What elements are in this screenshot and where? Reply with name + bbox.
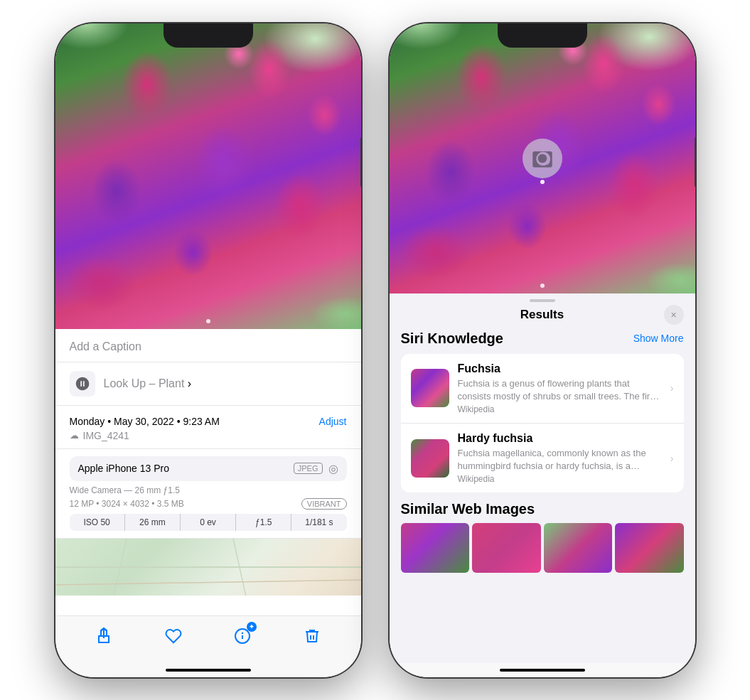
phone-1: Add a Caption Look Up – Plant › Monday •… <box>55 23 361 677</box>
home-indicator <box>55 663 361 677</box>
iso-value: ISO 50 <box>70 514 125 531</box>
caption-area[interactable]: Add a Caption <box>55 329 361 362</box>
similar-image-1[interactable] <box>401 523 470 573</box>
fuchsia-description: Fuchsia is a genus of flowering plants t… <box>458 377 662 403</box>
sheet-handle[interactable] <box>390 294 695 305</box>
notch-1 <box>164 23 253 48</box>
delete-button[interactable] <box>299 623 325 649</box>
show-more-button[interactable]: Show More <box>633 333 684 344</box>
hardy-thumbnail <box>411 439 449 478</box>
similar-image-2[interactable] <box>472 523 541 573</box>
knowledge-item-fuchsia[interactable]: Fuchsia Fuchsia is a genus of flowering … <box>401 354 684 424</box>
photo-display[interactable] <box>55 23 361 329</box>
results-sheet: Results × Siri Knowledge Show More Fuchs… <box>390 294 695 663</box>
hardy-description: Fuchsia magellanica, commonly known as t… <box>458 447 662 473</box>
aperture-value: ƒ1.5 <box>236 514 291 531</box>
hardy-chevron-icon: › <box>670 453 674 464</box>
results-content: Siri Knowledge Show More Fuchsia Fuchsia… <box>390 330 695 663</box>
photo-toolbar: ✦ <box>55 615 361 663</box>
ev-value: 0 ev <box>181 514 236 531</box>
cloud-icon: ☁ <box>70 430 79 441</box>
hardy-source: Wikipedia <box>458 474 662 484</box>
lookup-row[interactable]: Look Up – Plant › <box>55 362 361 406</box>
page-indicator-2 <box>540 284 545 288</box>
knowledge-card: Fuchsia Fuchsia is a genus of flowering … <box>401 354 684 493</box>
svg-line-3 <box>55 580 361 585</box>
home-indicator-2 <box>390 663 695 677</box>
search-indicator-dot <box>540 180 545 184</box>
similar-section: Similar Web Images <box>401 501 684 573</box>
similar-images-row <box>401 523 684 573</box>
visual-search-button[interactable] <box>523 139 562 178</box>
lookup-label: Look Up – Plant › <box>104 377 192 390</box>
results-header: Results × <box>390 305 695 330</box>
photo-metadata: Monday • May 30, 2022 • 9:23 AM Adjust ☁… <box>55 406 361 449</box>
photo-info-panel: Add a Caption Look Up – Plant › Monday •… <box>55 329 361 615</box>
shutter-value: 1/181 s <box>291 514 346 531</box>
device-name: Apple iPhone 13 Pro <box>78 463 169 474</box>
similar-title: Similar Web Images <box>401 501 684 517</box>
share-button[interactable] <box>91 623 117 649</box>
similar-image-4[interactable] <box>615 523 684 573</box>
exif-row: ISO 50 26 mm 0 ev ƒ1.5 1/181 s <box>70 514 347 531</box>
siri-knowledge-header: Siri Knowledge Show More <box>401 330 684 347</box>
fuchsia-chevron-icon: › <box>670 382 674 394</box>
photo-date: Monday • May 30, 2022 • 9:23 AM <box>70 416 220 427</box>
knowledge-item-hardy[interactable]: Hardy fuchsia Fuchsia magellanica, commo… <box>401 424 684 492</box>
similar-image-3[interactable] <box>544 523 613 573</box>
focal-value: 26 mm <box>125 514 181 531</box>
page-indicator <box>206 319 210 323</box>
hardy-name: Hardy fuchsia <box>458 432 662 445</box>
fuchsia-name: Fuchsia <box>458 362 662 375</box>
location-icon: ◎ <box>328 462 338 475</box>
device-info-section: Apple iPhone 13 Pro JPEG ◎ Wide Camera —… <box>55 449 361 539</box>
vibrant-badge: VIBRANT <box>301 498 347 510</box>
fuchsia-thumbnail <box>411 369 449 407</box>
mp-info: 12 MP • 3024 × 4032 • 3.5 MB <box>70 499 184 509</box>
fuchsia-source: Wikipedia <box>458 404 662 414</box>
caption-placeholder[interactable]: Add a Caption <box>70 340 141 352</box>
info-button[interactable]: ✦ <box>230 623 255 649</box>
favorite-button[interactable] <box>161 623 186 649</box>
fuchsia-text: Fuchsia Fuchsia is a genus of flowering … <box>458 362 662 414</box>
format-badge: JPEG <box>294 463 323 474</box>
camera-details: Wide Camera — 26 mm ƒ1.5 <box>70 485 347 495</box>
hardy-text: Hardy fuchsia Fuchsia magellanica, commo… <box>458 432 662 484</box>
filename: IMG_4241 <box>83 430 129 441</box>
phone-2: Results × Siri Knowledge Show More Fuchs… <box>390 23 695 677</box>
siri-knowledge-title: Siri Knowledge <box>401 330 503 347</box>
results-title: Results <box>520 308 564 322</box>
adjust-button[interactable]: Adjust <box>319 416 347 427</box>
info-badge: ✦ <box>247 622 257 632</box>
close-button[interactable]: × <box>664 305 684 325</box>
photo-display-2 <box>390 23 695 294</box>
visual-lookup-icon <box>70 371 95 397</box>
map-section[interactable] <box>55 539 361 596</box>
notch-2 <box>498 23 587 48</box>
